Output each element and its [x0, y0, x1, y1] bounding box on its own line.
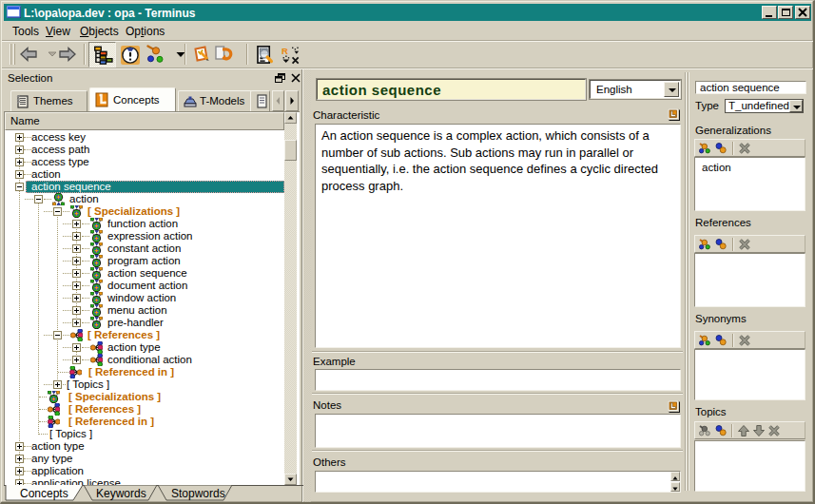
svg-text:R: R [281, 46, 288, 56]
svg-text:Keywords: Keywords [96, 487, 146, 500]
svg-text:Stopwords: Stopwords [171, 487, 225, 500]
svg-text:Concepts: Concepts [20, 487, 68, 500]
